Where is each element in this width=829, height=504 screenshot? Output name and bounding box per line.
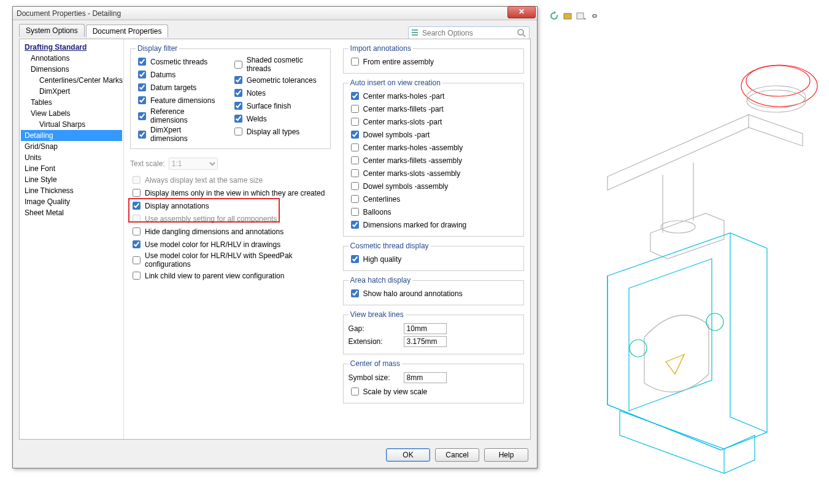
tree-item[interactable]: Units xyxy=(21,152,122,163)
checkbox[interactable] xyxy=(133,215,141,223)
tree-item[interactable]: Line Font xyxy=(21,163,122,174)
box-icon[interactable] xyxy=(563,11,573,21)
checkbox[interactable] xyxy=(351,388,359,395)
checkbox[interactable] xyxy=(351,221,359,229)
tree-item[interactable]: Sheet Metal xyxy=(21,207,122,218)
checkbox[interactable] xyxy=(133,227,141,235)
checkbox[interactable] xyxy=(133,240,141,248)
checkbox-row[interactable]: DimXpert dimensions xyxy=(136,125,220,143)
checkbox-row[interactable]: Dimensions marked for drawing xyxy=(349,218,519,231)
dropdown-icon[interactable] xyxy=(576,11,586,21)
checkbox-row[interactable]: Notes xyxy=(232,86,325,99)
tree-item[interactable]: Virtual Sharps xyxy=(21,119,122,130)
checkbox[interactable] xyxy=(351,92,359,100)
checkbox[interactable] xyxy=(351,195,359,203)
cancel-button[interactable]: Cancel xyxy=(435,448,479,462)
checkbox-row[interactable]: Cosmetic threads xyxy=(136,55,220,68)
checkbox-row[interactable]: Center marks-fillets -assembly xyxy=(349,154,519,167)
ok-button[interactable]: OK xyxy=(386,448,430,462)
checkbox[interactable] xyxy=(351,289,359,297)
help-button[interactable]: Help xyxy=(484,448,528,462)
checkbox[interactable] xyxy=(351,105,359,113)
tree-item[interactable]: DimXpert xyxy=(21,86,122,97)
checkbox-row[interactable]: Centerlines xyxy=(349,193,519,205)
checkbox[interactable] xyxy=(351,169,359,177)
checkbox-row[interactable]: Feature dimensions xyxy=(136,94,220,107)
checkbox[interactable] xyxy=(138,112,146,120)
checkbox-row[interactable]: Use assembly setting for all components xyxy=(130,212,331,225)
checkbox-row[interactable]: Surface finish xyxy=(232,99,325,112)
tab-document-properties[interactable]: Document Properties xyxy=(86,25,169,37)
extension-input[interactable] xyxy=(404,336,447,347)
checkbox-row[interactable]: Datums xyxy=(136,68,220,81)
checkbox[interactable] xyxy=(351,208,359,216)
checkbox-row[interactable]: Center marks-holes -assembly xyxy=(349,141,519,154)
tree-item[interactable]: Annotations xyxy=(21,53,122,64)
checkbox-row[interactable]: Link child view to parent view configura… xyxy=(130,269,331,282)
tree-item[interactable]: Drafting Standard xyxy=(21,42,122,53)
checkbox-row[interactable]: Center marks-holes -part xyxy=(349,90,519,102)
checkbox-row[interactable]: Always display text at the same size xyxy=(130,174,331,186)
tree-item[interactable]: Grid/Snap xyxy=(21,141,122,152)
checkbox-row[interactable]: Display annotations xyxy=(130,199,331,212)
checkbox[interactable] xyxy=(351,182,359,190)
checkbox[interactable] xyxy=(351,156,359,164)
tree-item[interactable]: Detailing xyxy=(21,130,122,141)
tree-item[interactable]: Centerlines/Center Marks xyxy=(21,75,122,86)
checkbox-row[interactable]: Balloons xyxy=(349,205,519,218)
checkbox-row[interactable]: Display all types xyxy=(232,125,325,138)
checkbox-row[interactable]: From entire assembly xyxy=(349,55,519,68)
tree-item[interactable]: Image Quality xyxy=(21,196,122,207)
tree-item[interactable]: Tables xyxy=(21,97,122,108)
symbol-size-input[interactable] xyxy=(404,372,447,383)
checkbox[interactable] xyxy=(234,115,242,123)
checkbox[interactable] xyxy=(234,89,242,97)
checkbox-row[interactable]: Shaded cosmetic threads xyxy=(232,55,325,74)
tree-item[interactable]: Dimensions xyxy=(21,64,122,75)
checkbox[interactable] xyxy=(133,256,141,264)
tree-item[interactable]: Line Style xyxy=(21,174,122,185)
titlebar[interactable]: Document Properties - Detailing ✕ xyxy=(13,7,537,20)
checkbox-row[interactable]: Hide dangling dimensions and annotations xyxy=(130,225,331,238)
checkbox-row[interactable]: Use model color for HLR/HLV with SpeedPa… xyxy=(130,251,331,269)
checkbox-row[interactable]: Center marks-slots -part xyxy=(349,115,519,128)
checkbox[interactable] xyxy=(138,131,146,139)
checkbox[interactable] xyxy=(234,128,242,136)
checkbox-row[interactable]: Welds xyxy=(232,112,325,125)
checkbox[interactable] xyxy=(234,102,242,110)
checkbox-row[interactable]: Dowel symbols -part xyxy=(349,128,519,141)
checkbox[interactable] xyxy=(138,96,146,104)
checkbox-row[interactable]: Datum targets xyxy=(136,81,220,94)
checkbox[interactable] xyxy=(138,58,146,66)
checkbox[interactable] xyxy=(133,202,141,210)
tree-item[interactable]: View Labels xyxy=(21,108,122,119)
checkbox[interactable] xyxy=(351,118,359,126)
checkbox[interactable] xyxy=(234,76,242,84)
gap-input[interactable] xyxy=(404,323,447,334)
checkbox[interactable] xyxy=(133,189,141,197)
refresh-icon[interactable] xyxy=(549,11,559,21)
checkbox[interactable] xyxy=(351,58,359,66)
link-icon[interactable] xyxy=(590,11,600,21)
checkbox[interactable] xyxy=(351,255,359,263)
checkbox-row[interactable]: Display items only in the view in which … xyxy=(130,186,331,199)
tree-item[interactable]: Line Thickness xyxy=(21,185,122,196)
checkbox-row[interactable]: Center marks-fillets -part xyxy=(349,102,519,115)
checkbox[interactable] xyxy=(351,143,359,151)
checkbox-row[interactable]: Scale by view scale xyxy=(349,385,519,398)
checkbox-row[interactable]: Reference dimensions xyxy=(136,107,220,125)
checkbox-row[interactable]: Dowel symbols -assembly xyxy=(349,180,519,193)
close-button[interactable]: ✕ xyxy=(507,6,536,18)
checkbox-row[interactable]: Geometric tolerances xyxy=(232,74,325,86)
checkbox-row[interactable]: High quality xyxy=(349,253,519,265)
checkbox[interactable] xyxy=(133,272,141,280)
checkbox[interactable] xyxy=(351,131,359,139)
checkbox-row[interactable]: Show halo around annotations xyxy=(349,287,519,300)
tab-system-options[interactable]: System Options xyxy=(19,24,85,37)
checkbox-row[interactable]: Center marks-slots -assembly xyxy=(349,167,519,180)
checkbox-row[interactable]: Use model color for HLR/HLV in drawings xyxy=(130,238,331,251)
checkbox[interactable] xyxy=(138,71,146,78)
checkbox[interactable] xyxy=(133,176,141,184)
text-scale-select[interactable]: 1:1 xyxy=(169,158,218,170)
checkbox[interactable] xyxy=(234,61,242,69)
